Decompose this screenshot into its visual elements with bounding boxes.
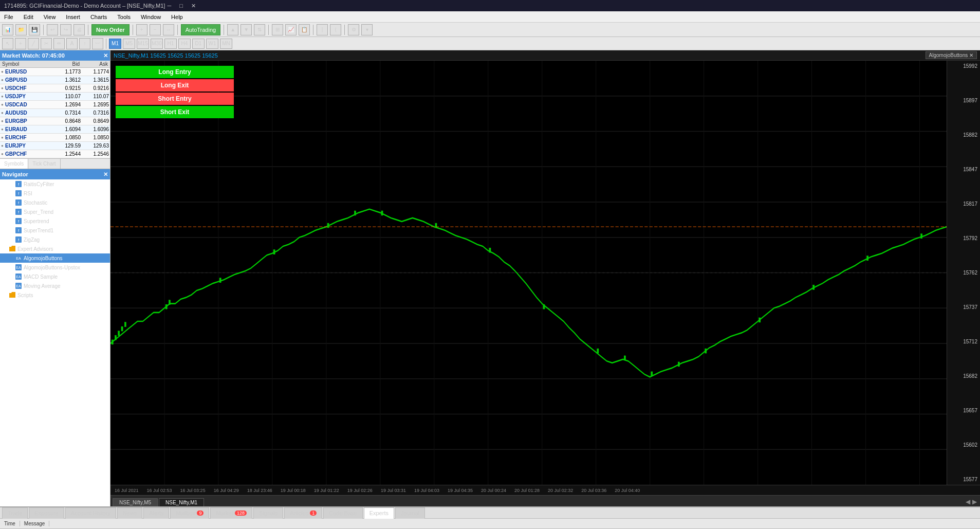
redo-btn[interactable]: ↪ [60,24,71,35]
minimize-btn[interactable]: ─ [165,3,173,9]
mw-tab-tick[interactable]: Tick Chart [28,159,60,169]
close-btn[interactable]: ✕ [189,3,198,9]
short-exit-button[interactable]: Short Exit [116,106,234,118]
market-watch-row[interactable]: ● GBPUSD 1.3612 1.3615 [0,76,110,84]
chart-autoscroll[interactable]: ↔ [163,24,174,35]
arrow-btn[interactable]: ↑ [79,38,90,49]
market-watch-row[interactable]: ● GBPCHF 1.2544 1.2546 [0,150,110,158]
tree-leaf[interactable]: EA MACD Sample [0,272,110,281]
pen-btn[interactable]: ✏ [53,38,65,49]
term-tab-journal[interactable]: Journal [395,507,425,519]
tree-leaf[interactable]: EA AlgomojoButtons-Upstox [0,263,110,272]
settings-btn[interactable]: ⚙ [348,24,359,35]
tf-m30[interactable]: M30 [151,39,163,49]
tf-w1[interactable]: W1 [206,39,218,49]
line-btn[interactable]: ╱ [28,38,39,49]
term-tab-exposure[interactable]: Exposure [29,507,64,519]
tree-leaf[interactable]: f Stochastic [0,198,110,207]
menu-window[interactable]: Window [139,13,163,21]
tree-folder[interactable]: Expert Advisors [0,244,110,253]
menu-help[interactable]: Help [169,13,185,21]
menu-insert[interactable]: Insert [64,13,82,21]
term-tab-trade[interactable]: Trade [2,507,28,519]
tree-leaf[interactable]: f ZigZag [0,235,110,244]
scroll-left-btn[interactable]: ◀ [966,498,970,505]
term-tab-alerts[interactable]: Alerts [143,507,169,519]
chart-tab-m1[interactable]: NSE_Nifty,M1 [159,498,204,506]
market-watch-row[interactable]: ● EURCHF 1.0850 1.0850 [0,134,110,142]
trade-btn[interactable]: ⇅ [254,24,265,35]
market-watch-row[interactable]: ● USDCHF 0.9215 0.9216 [0,84,110,93]
term-tab-codebase[interactable]: Code Base [323,507,362,519]
market-watch-row[interactable]: ● EURUSD 1.1773 1.1774 [0,68,110,76]
print-btn[interactable]: 🖨 [73,24,85,35]
tree-leaf[interactable]: f Supertrend [0,216,110,226]
chart-container[interactable]: Long Entry Long Exit Short Entry Short E… [110,61,980,485]
menu-file[interactable]: File [2,13,15,21]
scissors-btn[interactable]: ✂ [41,38,52,49]
menu-charts[interactable]: Charts [88,13,109,21]
market-watch-row[interactable]: ● EURJPY 129.59 129.63 [0,142,110,150]
text-btn[interactable]: A [66,38,78,49]
autotrading-button[interactable]: AutoTrading [181,24,221,35]
sell-btn[interactable]: ▼ [241,24,252,35]
tree-leaf[interactable]: f SuperTrend1 [0,226,110,235]
term-tab-account[interactable]: Account History [65,507,116,519]
chart-zoom-out[interactable]: − [150,24,161,35]
more-btn[interactable]: ▾ [361,24,373,35]
chart-tab-m5[interactable]: NSE_Nifty,M5 [113,498,158,506]
window-controls[interactable]: ─ □ ✕ [165,3,197,9]
tf-m5[interactable]: M5 [123,39,135,49]
period-sep2-btn[interactable]: ⟨ [330,24,341,35]
new-order-button[interactable]: New Order [91,24,130,35]
cursor-btn[interactable]: ↖ [2,38,13,49]
menu-view[interactable]: View [42,13,58,21]
tf-m15[interactable]: M15 [137,39,149,49]
templates-btn[interactable]: 📋 [299,24,310,35]
chart-scroll-controls[interactable]: ◀ ▶ [965,497,978,506]
period-sep-btn[interactable]: | [317,24,328,35]
term-tab-news[interactable]: News [117,507,143,519]
undo-btn[interactable]: ↩ [47,24,58,35]
tf-mn[interactable]: MN [220,39,232,49]
new-chart-btn[interactable]: 📊 [2,24,13,35]
open-btn[interactable]: 📁 [15,24,27,35]
tree-leaf[interactable]: EA AlgomojoButtons [0,253,110,263]
algo-buttons-btn[interactable]: AlgomojoButtons ✕ [926,51,977,59]
market-watch-row[interactable]: ● AUDUSD 0.7314 0.7316 [0,109,110,117]
long-exit-button[interactable]: Long Exit [116,79,234,92]
market-watch-row[interactable]: ● EURAUD 1.6094 1.6096 [0,125,110,134]
menu-tools[interactable]: Tools [115,13,133,21]
market-watch-row[interactable]: ● USDCAD 1.2694 1.2695 [0,101,110,109]
zoom-fit-btn[interactable]: ⊞ [272,24,283,35]
term-tab-mailbox[interactable]: Mailbox 9 [170,507,209,519]
save-btn[interactable]: 💾 [29,24,40,35]
menu-edit[interactable]: Edit [22,13,35,21]
tf-h4[interactable]: H4 [178,39,191,49]
crosshair-btn[interactable]: + [15,38,26,49]
navigator-close[interactable]: ✕ [103,171,108,178]
buy-btn[interactable]: ▲ [227,24,238,35]
tf-h1[interactable]: H1 [164,39,177,49]
term-tab-articles[interactable]: Articles 1 [284,507,322,519]
chart-zoom-in[interactable]: + [136,24,147,35]
tree-leaf[interactable]: f Super_Trend [0,207,110,216]
maximize-btn[interactable]: □ [177,3,185,9]
fib-btn[interactable]: 〰 [92,38,103,49]
scroll-right-btn[interactable]: ▶ [972,498,977,505]
market-watch-row[interactable]: ● EURGBP 0.8648 0.8649 [0,117,110,125]
term-tab-signals[interactable]: Signals [253,507,283,519]
tree-folder[interactable]: Scripts [0,290,110,300]
indicators-btn[interactable]: 📈 [285,24,297,35]
term-tab-experts[interactable]: Experts [364,507,394,519]
mw-tab-symbols[interactable]: Symbols [0,159,28,169]
tf-d1[interactable]: D1 [192,39,205,49]
long-entry-button[interactable]: Long Entry [116,66,234,78]
market-watch-close[interactable]: ✕ [103,52,108,59]
tree-leaf[interactable]: f RaitisCyFilter [0,179,110,189]
short-entry-button[interactable]: Short Entry [116,93,234,105]
market-watch-row[interactable]: ● USDJPY 110.07 110.07 [0,93,110,101]
tf-m1[interactable]: M1 [109,39,121,49]
term-tab-market[interactable]: Market 128 [210,507,252,519]
tree-leaf[interactable]: f RSI [0,189,110,198]
